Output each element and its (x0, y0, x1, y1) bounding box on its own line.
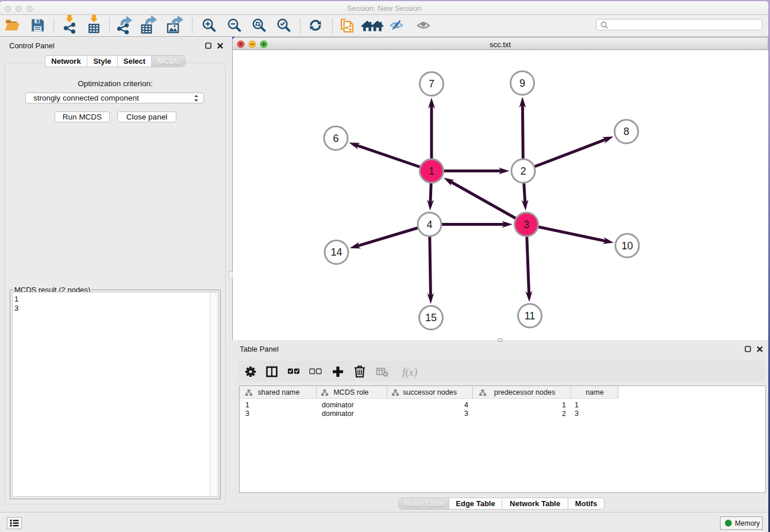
svg-text:7: 7 (429, 78, 434, 90)
svg-text:2: 2 (520, 165, 526, 177)
svg-text:shared name: shared name (258, 388, 300, 396)
svg-text:MCDS role: MCDS role (333, 388, 368, 396)
svg-text:predecessor nodes: predecessor nodes (494, 388, 555, 396)
svg-text:15: 15 (425, 312, 437, 323)
svg-text:4: 4 (426, 219, 432, 230)
svg-text:successor nodes: successor nodes (403, 388, 457, 396)
svg-text:1: 1 (429, 165, 434, 177)
svg-text:f(x): f(x) (402, 366, 417, 379)
svg-text:8: 8 (623, 126, 629, 137)
svg-text:6: 6 (333, 133, 338, 144)
svg-text:name: name (586, 388, 603, 396)
svg-text:11: 11 (525, 310, 536, 322)
svg-text:10: 10 (621, 240, 633, 252)
svg-text:3: 3 (523, 219, 529, 230)
svg-text:9: 9 (519, 78, 525, 89)
svg-text:14: 14 (330, 246, 342, 258)
